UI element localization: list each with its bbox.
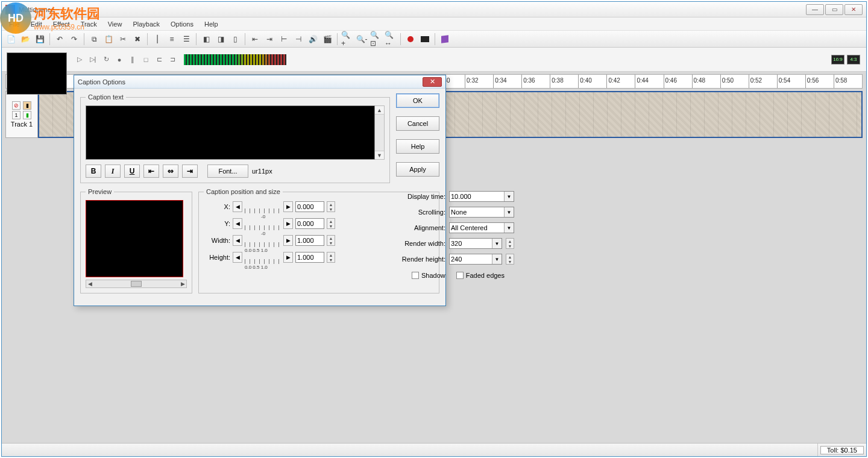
dropdown-icon[interactable]: ▼ [492, 254, 502, 264]
font-button[interactable]: Font... [207, 165, 248, 178]
tb-marker2[interactable]: ◨ [214, 33, 227, 46]
height-input[interactable] [295, 252, 324, 263]
width-spinner[interactable]: ▲▼ [327, 235, 335, 246]
bold-button[interactable]: B [86, 165, 101, 178]
ok-button[interactable]: OK [396, 93, 439, 108]
x-spinner[interactable]: ▲▼ [327, 201, 335, 212]
align-center-button[interactable]: ⇔ [163, 165, 178, 178]
tb-paste[interactable]: 📋 [102, 33, 115, 46]
pb-stop[interactable]: □ [140, 54, 151, 65]
menu-options[interactable]: Options [166, 19, 198, 29]
preview-hscroll[interactable]: ◀ ▶ [86, 280, 187, 288]
tb-audio[interactable]: 🔊 [306, 33, 319, 46]
dropdown-icon[interactable]: ▼ [492, 239, 502, 248]
height-increment[interactable]: ▶ [283, 252, 293, 263]
tb-zoomfit[interactable]: 🔍↔ [384, 33, 397, 46]
render-width-spinner[interactable]: ▲▼ [506, 238, 514, 249]
tb-undo[interactable]: ↶ [53, 33, 66, 46]
tb-video[interactable]: 🎬 [321, 33, 334, 46]
mute-icon[interactable]: ⊘ [12, 101, 20, 110]
underline-button[interactable]: U [124, 165, 140, 178]
width-increment[interactable]: ▶ [283, 235, 293, 246]
tb-split[interactable]: ⎮ [151, 33, 164, 46]
height-decrement[interactable]: ◀ [233, 252, 242, 263]
tb-save[interactable]: 💾 [33, 33, 46, 46]
tb-new[interactable]: 📄 [4, 33, 17, 46]
tb-marker3[interactable]: ▯ [228, 33, 242, 46]
solo-icon[interactable]: ▮ [23, 101, 31, 110]
aspect-16-9[interactable]: 16:9 [831, 55, 844, 64]
help-button[interactable]: Help [396, 139, 439, 154]
menu-playback[interactable]: Playback [128, 19, 165, 29]
render-width-combo[interactable]: 320▼ [449, 238, 502, 249]
tb-help[interactable] [438, 33, 451, 46]
height-spinner[interactable]: ▲▼ [327, 252, 335, 263]
tb-redo[interactable]: ↷ [68, 33, 81, 46]
alignment-combo[interactable]: All Centered▼ [449, 222, 514, 233]
render-height-spinner[interactable]: ▲▼ [506, 254, 514, 265]
tb-end[interactable]: ⇥ [263, 33, 276, 46]
caption-text-area[interactable] [86, 105, 375, 160]
render-height-combo[interactable]: 240▼ [449, 254, 502, 265]
y-decrement[interactable]: ◀ [233, 218, 242, 229]
display-time-combo[interactable]: 10.000▼ [449, 191, 514, 202]
y-spinner[interactable]: ▲▼ [327, 218, 335, 229]
width-input[interactable] [295, 235, 324, 246]
tb-zoomout[interactable]: 🔍- [355, 33, 368, 46]
tb-open[interactable]: 📂 [19, 33, 32, 46]
italic-button[interactable]: I [105, 165, 121, 178]
scroll-down-icon[interactable]: ▼ [375, 151, 384, 159]
shadow-checkbox[interactable] [412, 272, 419, 279]
tb-props[interactable]: ☰ [180, 33, 193, 46]
pb-playsel[interactable]: ▷| [87, 54, 98, 65]
apply-button[interactable]: Apply [396, 162, 439, 177]
tb-prev[interactable]: ⊢ [277, 33, 291, 46]
cancel-button[interactable]: Cancel [396, 116, 439, 131]
align-right-button[interactable]: ⇥ [182, 165, 198, 178]
menu-edit[interactable]: Edit [26, 19, 47, 29]
minimize-button[interactable]: — [806, 4, 824, 15]
pb-start[interactable]: ⊏ [154, 54, 165, 65]
tb-copy[interactable]: ⧉ [87, 33, 101, 46]
width-decrement[interactable]: ◀ [233, 235, 242, 246]
pb-rec[interactable]: ● [114, 54, 125, 65]
menu-track[interactable]: Track [76, 19, 102, 29]
dialog-close-button[interactable]: ✕ [423, 77, 442, 87]
pb-play[interactable]: ▷ [74, 54, 85, 65]
faded-edges-checkbox[interactable] [456, 272, 464, 279]
x-decrement[interactable]: ◀ [233, 201, 242, 212]
preview-monitor[interactable] [7, 52, 67, 95]
scroll-up-icon[interactable]: ▲ [375, 106, 384, 114]
scroll-thumb[interactable] [131, 281, 142, 287]
y-slider[interactable]: -0 [245, 217, 281, 230]
height-slider[interactable]: 0.0 0.5 1.0 [245, 251, 281, 264]
menu-effect[interactable]: Effect [48, 19, 75, 29]
dropdown-icon[interactable]: ▼ [504, 192, 514, 201]
tb-start[interactable]: ⇤ [248, 33, 262, 46]
tb-next[interactable]: ⊣ [292, 33, 305, 46]
tb-zoomsel[interactable]: 🔍⊡ [370, 33, 383, 46]
level-icon[interactable]: ▮ [23, 111, 31, 119]
maximize-button[interactable]: ▭ [825, 4, 843, 15]
tb-record[interactable] [404, 33, 417, 46]
track-header[interactable]: ⊘ ▮ 1 ▮ Track 1 [5, 91, 38, 138]
tb-camera[interactable] [418, 33, 432, 46]
scroll-left-icon[interactable]: ◀ [86, 281, 93, 287]
tb-delete[interactable]: ✖ [131, 33, 144, 46]
y-input[interactable] [295, 218, 324, 229]
pb-pause[interactable]: ‖ [127, 54, 138, 65]
tb-merge[interactable]: ≡ [165, 33, 178, 46]
dropdown-icon[interactable]: ▼ [504, 207, 514, 217]
x-input[interactable] [295, 201, 324, 212]
tb-zoomin[interactable]: 🔍+ [341, 33, 354, 46]
pb-loop[interactable]: ↻ [101, 54, 112, 65]
aspect-4-3[interactable]: 4:3 [847, 55, 860, 64]
tb-marker1[interactable]: ◧ [200, 33, 213, 46]
tb-cut[interactable]: ✂ [116, 33, 130, 46]
close-button[interactable]: ✕ [844, 4, 863, 15]
dropdown-icon[interactable]: ▼ [504, 223, 514, 233]
y-increment[interactable]: ▶ [283, 218, 293, 229]
width-slider[interactable]: 0.0 0.5 1.0 [245, 234, 281, 247]
x-increment[interactable]: ▶ [283, 201, 293, 212]
dialog-titlebar[interactable]: Caption Options ✕ [74, 75, 445, 89]
